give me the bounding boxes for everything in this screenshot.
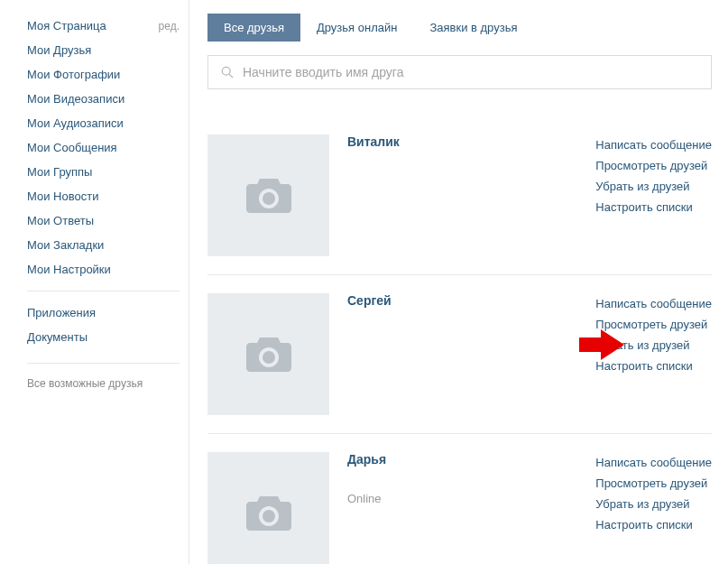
sidebar-item-label: Мои Группы bbox=[27, 165, 92, 179]
sidebar-item-label: Мои Видеозаписи bbox=[27, 92, 124, 106]
search-icon bbox=[221, 66, 234, 79]
tab-friend-requests[interactable]: Заявки в друзья bbox=[413, 14, 533, 42]
action-write-message[interactable]: Написать сообщение bbox=[595, 293, 712, 314]
sidebar-item-my-friends[interactable]: Мои Друзья bbox=[27, 38, 180, 62]
sidebar-item-label: Моя Страница bbox=[27, 19, 106, 32]
sidebar-item-label: Мои Друзья bbox=[27, 43, 91, 57]
friend-name[interactable]: Дарья bbox=[347, 452, 483, 467]
action-configure-lists[interactable]: Настроить списки bbox=[595, 514, 712, 535]
friend-row: Виталик Написать сообщение Просмотреть д… bbox=[207, 116, 712, 274]
sidebar-item-my-videos[interactable]: Мои Видеозаписи bbox=[27, 87, 180, 111]
friends-list: Виталик Написать сообщение Просмотреть д… bbox=[207, 116, 712, 564]
action-write-message[interactable]: Написать сообщение bbox=[595, 134, 712, 155]
action-view-friends[interactable]: Просмотреть друзей bbox=[595, 473, 712, 494]
sidebar-item-label: Документы bbox=[27, 330, 88, 344]
sidebar-item-label: Мои Новости bbox=[27, 190, 98, 203]
sidebar-item-label: Мои Закладки bbox=[27, 238, 104, 252]
sidebar-item-my-page[interactable]: Моя Страница ред. bbox=[27, 14, 180, 38]
action-remove-friend[interactable]: Убрать из друзей bbox=[595, 176, 712, 197]
sidebar-item-label: Приложения bbox=[27, 306, 96, 319]
friend-name[interactable]: Виталик bbox=[347, 134, 483, 149]
sidebar-item-my-answers[interactable]: Мои Ответы bbox=[27, 208, 180, 233]
sidebar-item-my-settings[interactable]: Мои Настройки bbox=[27, 257, 180, 282]
svg-point-2 bbox=[263, 192, 275, 205]
svg-point-4 bbox=[263, 510, 275, 522]
sidebar-item-label: Мои Сообщения bbox=[27, 141, 117, 154]
sidebar-item-label: Мои Настройки bbox=[27, 263, 111, 276]
sidebar-item-my-bookmarks[interactable]: Мои Закладки bbox=[27, 233, 180, 257]
avatar[interactable] bbox=[207, 134, 329, 256]
sidebar-possible-friends[interactable]: Все возможные друзья bbox=[27, 363, 180, 403]
sidebar-item-my-photos[interactable]: Мои Фотографии bbox=[27, 62, 180, 87]
sidebar-item-my-audio[interactable]: Мои Аудиозаписи bbox=[27, 111, 180, 135]
search-box bbox=[207, 55, 712, 89]
sidebar-item-my-news[interactable]: Мои Новости bbox=[27, 184, 180, 208]
sidebar-item-label: Мои Ответы bbox=[27, 214, 94, 227]
friend-row: Сергей Написать сообщение Просмотреть др… bbox=[207, 274, 712, 433]
camera-icon bbox=[245, 336, 292, 374]
svg-point-0 bbox=[222, 67, 230, 75]
search-input[interactable] bbox=[243, 65, 698, 79]
sidebar-item-documents[interactable]: Документы bbox=[27, 325, 180, 349]
action-write-message[interactable]: Написать сообщение bbox=[595, 452, 712, 473]
sidebar-item-label: Мои Фотографии bbox=[27, 68, 120, 81]
action-remove-friend[interactable]: Убрать из друзей bbox=[595, 494, 712, 514]
friend-name[interactable]: Сергей bbox=[347, 293, 483, 308]
tab-friends-online[interactable]: Друзья онлайн bbox=[300, 14, 413, 42]
sidebar-item-label: Мои Аудиозаписи bbox=[27, 116, 124, 130]
avatar[interactable] bbox=[207, 452, 329, 564]
camera-icon bbox=[245, 177, 292, 215]
tab-all-friends[interactable]: Все друзья bbox=[207, 14, 300, 42]
sidebar-item-my-groups[interactable]: Мои Группы bbox=[27, 160, 180, 184]
sidebar-edit-link[interactable]: ред. bbox=[159, 20, 180, 32]
tabs: Все друзья Друзья онлайн Заявки в друзья bbox=[207, 14, 712, 42]
sidebar-item-apps[interactable]: Приложения bbox=[27, 300, 180, 325]
friend-row: Дарья Online Написать сообщение Просмотр… bbox=[207, 433, 712, 564]
action-configure-lists[interactable]: Настроить списки bbox=[595, 197, 712, 217]
avatar[interactable] bbox=[207, 293, 329, 415]
action-view-friends[interactable]: Просмотреть друзей bbox=[595, 155, 712, 176]
sidebar-item-my-messages[interactable]: Мои Сообщения bbox=[27, 135, 180, 160]
svg-point-3 bbox=[263, 351, 275, 364]
camera-icon bbox=[245, 495, 292, 532]
svg-line-1 bbox=[229, 74, 233, 78]
friend-online-status: Online bbox=[347, 492, 483, 505]
